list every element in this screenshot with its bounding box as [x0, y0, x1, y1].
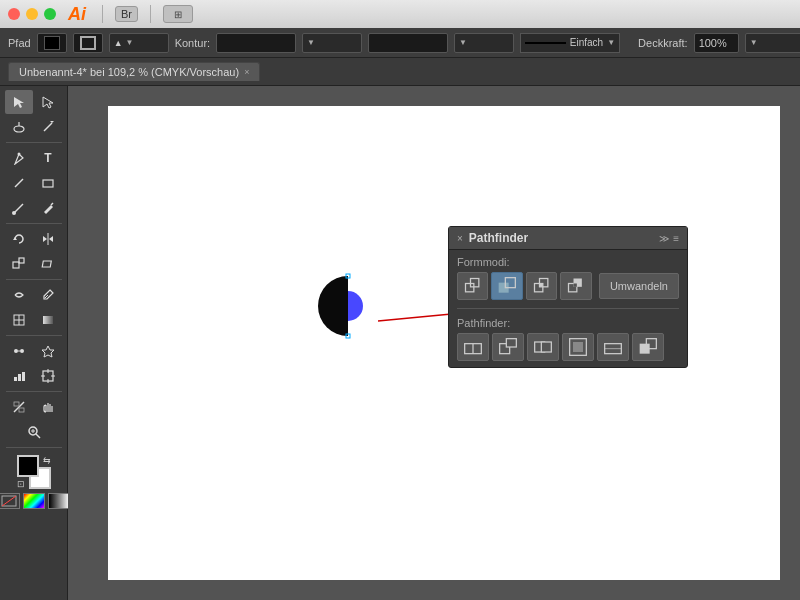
eyedrop-tool[interactable] [34, 283, 62, 307]
titlebar-separator [102, 5, 103, 23]
pathfinder-expand-button[interactable]: ≫ [659, 233, 669, 244]
minimize-button[interactable] [26, 8, 38, 20]
select-tool[interactable] [5, 90, 33, 114]
pathfinder-controls: ≫ ≡ [659, 233, 679, 244]
stroke-width-dropdown[interactable]: ▼ [302, 33, 362, 53]
stroke-style-box[interactable] [368, 33, 448, 53]
formmodi-section: Formmodi: Umwandeln [449, 250, 687, 306]
lasso-tool[interactable] [5, 115, 33, 139]
pen-tool[interactable] [5, 146, 33, 170]
traffic-lights [8, 8, 56, 20]
stroke-color-box[interactable] [73, 33, 103, 53]
pathfinder-menu-button[interactable]: ≡ [673, 233, 679, 244]
brush-tool[interactable] [5, 196, 33, 220]
tab-label: Unbenannt-4* bei 109,2 % (CMYK/Vorschau) [19, 66, 239, 78]
svg-rect-18 [43, 316, 53, 324]
zoom-tool[interactable] [20, 420, 48, 444]
titlebar-separator2 [150, 5, 151, 23]
chart-tools-row [5, 364, 62, 388]
tab-close-button[interactable]: × [244, 67, 249, 77]
type-tool[interactable]: T [34, 146, 62, 170]
svg-rect-53 [574, 284, 577, 287]
svg-rect-12 [19, 258, 24, 263]
no-color-swatch[interactable] [0, 493, 20, 509]
rotate-tool[interactable] [5, 227, 33, 251]
chart-tool[interactable] [5, 364, 33, 388]
hand-tool[interactable] [34, 395, 62, 419]
pen-tools-row: T [5, 146, 62, 170]
svg-line-14 [45, 295, 48, 298]
opacity-box[interactable]: 100% [694, 33, 739, 53]
pf-minus-back-button[interactable] [632, 333, 664, 361]
gradient-swatch[interactable] [48, 493, 70, 509]
swap-colors-button[interactable]: ⇆ [43, 455, 51, 465]
scale-tools-row [5, 252, 62, 276]
app-logo: Ai [68, 4, 86, 25]
pathfinder-panel: × Pathfinder ≫ ≡ Formmodi: [448, 226, 688, 368]
reset-colors-button[interactable]: ⊡ [17, 479, 25, 489]
magic-wand-tool[interactable] [34, 115, 62, 139]
pathfinder-header[interactable]: × Pathfinder ≫ ≡ [449, 227, 687, 250]
artboard-tool[interactable] [34, 364, 62, 388]
canvas-area: × Pathfinder ≫ ≡ Formmodi: [68, 86, 800, 600]
warp-tools-row [5, 283, 62, 307]
formmodi-intersect-button[interactable] [526, 272, 557, 300]
symbol-tool[interactable] [34, 339, 62, 363]
svg-line-39 [2, 496, 16, 506]
svg-line-8 [51, 203, 53, 205]
shape-container [308, 266, 388, 350]
svg-rect-25 [22, 372, 25, 381]
pf-merge-button[interactable] [527, 333, 559, 361]
opacity-dropdown[interactable]: ▼ [745, 33, 800, 53]
svg-rect-50 [539, 284, 542, 287]
fill-color-box[interactable] [37, 33, 67, 53]
svg-rect-45 [470, 279, 478, 287]
toolbar-divider2 [6, 223, 62, 224]
shape-svg [308, 266, 388, 346]
pf-trim-button[interactable] [492, 333, 524, 361]
reflect-tool[interactable] [34, 227, 62, 251]
main-area: T [0, 86, 800, 600]
mesh-tool[interactable] [5, 308, 33, 332]
stroke-width-box[interactable] [216, 33, 296, 53]
line-tool[interactable] [5, 171, 33, 195]
brush-tools-row [5, 196, 62, 220]
rect-tool[interactable] [34, 171, 62, 195]
scale-tool[interactable] [5, 252, 33, 276]
document-tab[interactable]: Unbenannt-4* bei 109,2 % (CMYK/Vorschau)… [8, 62, 260, 81]
pathfinder-section: Pathfinder: [449, 311, 687, 367]
svg-point-7 [12, 211, 16, 215]
formmodi-subtract-button[interactable] [491, 272, 522, 300]
toolbar-divider3 [6, 279, 62, 280]
pathfinder-ops-label: Pathfinder: [457, 317, 679, 329]
direct-select-tool[interactable] [34, 90, 62, 114]
formmodi-add-button[interactable] [457, 272, 488, 300]
maximize-button[interactable] [44, 8, 56, 20]
toolbar-divider1 [6, 142, 62, 143]
toolbar: T [0, 86, 68, 600]
pathfinder-title: Pathfinder [469, 231, 528, 245]
svg-line-35 [36, 434, 40, 438]
close-button[interactable] [8, 8, 20, 20]
svg-line-2 [44, 123, 52, 131]
stroke-style-dropdown[interactable]: ▼ [454, 33, 514, 53]
formmodi-exclude-button[interactable] [560, 272, 591, 300]
slice-tool[interactable] [5, 395, 33, 419]
stroke-icon-dropdown[interactable]: ▲ ▼ [109, 33, 169, 53]
select-tools-row [5, 90, 62, 114]
pf-crop-button[interactable] [562, 333, 594, 361]
warp-tool[interactable] [5, 283, 33, 307]
gradient-tool[interactable] [34, 308, 62, 332]
shear-tool[interactable] [34, 252, 62, 276]
bridge-button[interactable]: Br [115, 6, 138, 22]
pf-outline-button[interactable] [597, 333, 629, 361]
formmodi-convert-button[interactable]: Umwandeln [599, 273, 679, 299]
foreground-color[interactable] [17, 455, 39, 477]
pencil-tool[interactable] [34, 196, 62, 220]
workspace-switcher[interactable]: ⊞ [163, 5, 193, 23]
color-mode-swatch[interactable] [23, 493, 45, 509]
blend-tool[interactable] [5, 339, 33, 363]
pf-divide-button[interactable] [457, 333, 489, 361]
pathfinder-close-button[interactable]: × [457, 233, 463, 244]
panel-divider [457, 308, 679, 309]
